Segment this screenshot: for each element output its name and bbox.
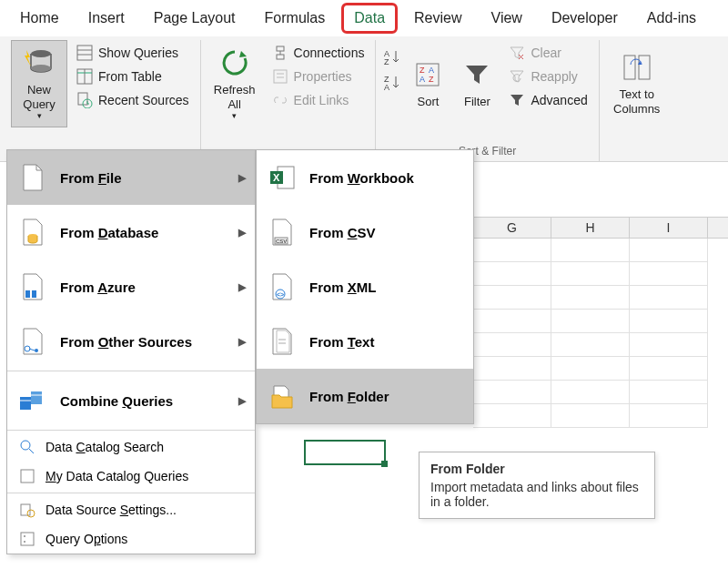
cell[interactable] (551, 404, 630, 428)
cell[interactable] (473, 262, 551, 286)
new-query-menu: From File ▶ From Database ▶ From Azure ▶… (6, 149, 256, 554)
filter-button[interactable]: Filter (454, 40, 500, 127)
advanced-label: Advanced (531, 93, 587, 107)
from-table-label: From Table (98, 69, 162, 84)
submenu-from-xml[interactable]: <> From XML (257, 259, 473, 314)
text-to-columns-button[interactable]: Text to Columns (605, 40, 669, 127)
cell[interactable] (630, 262, 708, 286)
tab-home[interactable]: Home (7, 3, 72, 34)
tab-review[interactable]: Review (401, 3, 474, 34)
cell[interactable] (473, 286, 551, 310)
svg-rect-44 (21, 533, 34, 545)
menu-combine-queries[interactable]: Combine Queries ▶ (7, 373, 255, 428)
active-cell-cursor[interactable] (304, 440, 386, 465)
cell[interactable] (551, 310, 630, 333)
menu-data-catalog-search[interactable]: Data Catalog Search (7, 432, 255, 462)
clear-label: Clear (531, 46, 561, 60)
menu-from-database[interactable]: From Database ▶ (7, 205, 255, 259)
tab-addins[interactable]: Add-ins (634, 3, 709, 34)
cell[interactable] (551, 333, 630, 357)
show-queries-button[interactable]: Show Queries (71, 42, 195, 64)
svg-line-40 (29, 449, 34, 453)
svg-text:A: A (384, 83, 389, 92)
submenu-from-workbook[interactable]: X From Workbook (257, 150, 473, 205)
tab-view[interactable]: View (479, 3, 535, 34)
refresh-icon (218, 46, 251, 79)
tab-page-layout[interactable]: Page Layout (141, 3, 248, 34)
sort-button[interactable]: ZAAZ Sort (405, 40, 450, 127)
cell[interactable] (473, 404, 551, 428)
group-sort-filter: AZ ZA ZAAZ Sort Filter Clear (376, 40, 599, 161)
new-query-button[interactable]: New Query ▾ (11, 40, 67, 127)
svg-rect-31 (32, 290, 36, 298)
cell[interactable] (551, 286, 630, 310)
worksheet-grid[interactable]: G H I (473, 217, 728, 428)
menu-label: Data Catalog Search (46, 440, 164, 454)
chevron-right-icon: ▶ (238, 227, 246, 239)
cell[interactable] (630, 239, 708, 262)
cell[interactable] (630, 357, 708, 381)
menu-label: My Data Catalog Queries (46, 469, 188, 483)
submenu-from-csv[interactable]: CSV From CSV (257, 205, 473, 259)
cell[interactable] (630, 404, 708, 428)
svg-point-1 (31, 65, 51, 72)
dropdown-caret-icon: ▾ (37, 111, 42, 121)
column-header-g[interactable]: G (473, 218, 551, 238)
from-table-button[interactable]: From Table (71, 66, 195, 87)
properties-icon (272, 68, 288, 85)
tab-insert[interactable]: Insert (76, 3, 137, 34)
menu-from-file[interactable]: From File ▶ (7, 150, 255, 205)
column-header-i[interactable]: I (630, 218, 708, 238)
menu-label: From Database (60, 225, 158, 240)
cell[interactable] (630, 381, 708, 404)
group-connections: Refresh All ▾ Connections Properties Edi… (201, 40, 377, 161)
refresh-all-button[interactable]: Refresh All ▾ (207, 40, 263, 127)
combine-queries-icon (18, 386, 47, 415)
recent-sources-label: Recent Sources (98, 93, 189, 107)
tab-data[interactable]: Data (341, 3, 398, 34)
tab-developer[interactable]: Developer (539, 3, 631, 34)
ribbon-tabs: Home Insert Page Layout Formulas Data Re… (0, 0, 728, 36)
cell[interactable] (630, 286, 708, 310)
cell[interactable] (473, 310, 551, 333)
cell[interactable] (473, 357, 551, 381)
cell[interactable] (630, 333, 708, 357)
menu-from-azure[interactable]: From Azure ▶ (7, 259, 255, 314)
text-to-columns-label: Text to Columns (607, 87, 667, 116)
cell[interactable] (473, 239, 551, 262)
advanced-button[interactable]: Advanced (503, 89, 592, 111)
submenu-label: From Workbook (309, 170, 414, 186)
ribbon: New Query ▾ Show Queries From Table Rece… (0, 36, 728, 162)
cell[interactable] (551, 239, 630, 262)
sort-desc-button[interactable]: ZA (381, 73, 401, 93)
cell[interactable] (473, 381, 551, 404)
recent-sources-button[interactable]: Recent Sources (71, 89, 195, 111)
cell[interactable] (630, 310, 708, 333)
svg-text:CSV: CSV (276, 239, 287, 244)
menu-label: From Other Sources (60, 334, 192, 350)
menu-data-source-settings[interactable]: Data Source Settings... (7, 495, 255, 524)
properties-button[interactable]: Properties (267, 66, 370, 87)
menu-separator (7, 493, 255, 493)
cell[interactable] (551, 357, 630, 381)
edit-links-button[interactable]: Edit Links (267, 89, 370, 111)
connections-button[interactable]: Connections (267, 42, 370, 64)
menu-my-data-catalog[interactable]: My Data Catalog Queries (7, 462, 255, 491)
reapply-button[interactable]: Reapply (503, 66, 592, 87)
menu-from-other-sources[interactable]: From Other Sources ▶ (7, 314, 255, 369)
tab-formulas[interactable]: Formulas (252, 3, 339, 34)
menu-query-options[interactable]: Query Options (7, 524, 255, 554)
clear-button[interactable]: Clear (503, 42, 592, 64)
cell[interactable] (551, 262, 630, 286)
column-headers: G H I (473, 217, 728, 239)
cell[interactable] (473, 333, 551, 357)
sort-asc-button[interactable]: AZ (381, 47, 401, 67)
submenu-from-folder[interactable]: From Folder (257, 369, 473, 423)
cell[interactable] (551, 381, 630, 404)
reapply-icon (509, 68, 525, 85)
chevron-right-icon: ▶ (238, 281, 246, 293)
column-header-h[interactable]: H (551, 218, 630, 238)
submenu-from-text[interactable]: From Text (257, 314, 473, 369)
sort-label: Sort (418, 95, 440, 109)
svg-point-39 (21, 441, 30, 450)
